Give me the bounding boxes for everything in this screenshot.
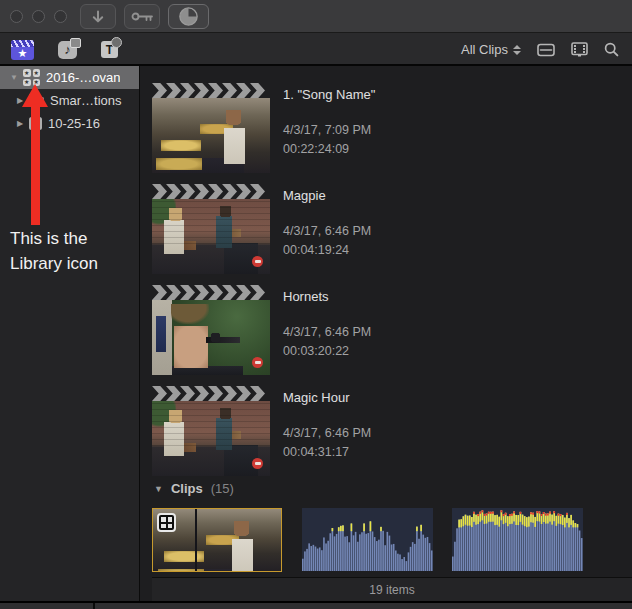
media-tab-group: ★ ♪ T	[0, 40, 118, 60]
tab-video-browser[interactable]: ★	[11, 40, 34, 60]
t-glyph: T	[106, 43, 113, 57]
smart-collections-folder-icon	[29, 97, 44, 107]
clip-row-magpie[interactable]: Magpie 4/3/17, 6:46 PM 00:04:19:24	[152, 184, 632, 274]
clip-duration: 00:03:20:22	[283, 344, 371, 358]
library-icon: ★★★★	[23, 69, 40, 86]
lower-pane-edge	[0, 601, 632, 609]
clip-list: 1. "Song Name" 4/3/17, 7:09 PM 00:22:24:…	[140, 66, 632, 601]
audio-clip-waveform-thumbnail[interactable]	[302, 508, 433, 571]
clip-date: 4/3/17, 7:09 PM	[283, 123, 375, 137]
clip-thumbnail-drummer[interactable]	[152, 98, 270, 173]
chevron-band-icon	[152, 184, 265, 199]
libraries-sidebar: ▼ ★★★★ 2016-…ovan ▶ Smar…tions ▶ ★ 10-25…	[0, 66, 140, 601]
chevron-band-icon	[152, 83, 265, 98]
window-minimize-button[interactable]	[32, 10, 45, 23]
clip-date: 4/3/17, 6:46 PM	[283, 325, 371, 339]
filter-label: All Clips	[461, 42, 508, 57]
sidebar-item-library[interactable]: ▼ ★★★★ 2016-…ovan	[0, 66, 139, 89]
filmstrip-view-button[interactable]	[571, 42, 588, 57]
camera-badge-icon	[252, 357, 263, 368]
clip-date: 4/3/17, 6:46 PM	[283, 426, 371, 440]
search-button[interactable]	[604, 42, 619, 57]
music-note-icon: ♪	[58, 41, 77, 59]
clip-thumbnail-singer[interactable]	[152, 300, 270, 375]
title-bar	[0, 0, 632, 33]
search-icon	[604, 42, 619, 57]
clip-date: 4/3/17, 6:46 PM	[283, 224, 371, 238]
fcpx-window: ★ ♪ T All Clips	[0, 0, 632, 609]
clip-title: 1. "Song Name"	[283, 87, 375, 102]
clip-title: Hornets	[283, 289, 371, 304]
clip-duration: 00:22:24:09	[283, 142, 375, 156]
status-bar: 19 items	[152, 577, 632, 601]
browser-toolbar: ★ ♪ T All Clips	[0, 33, 632, 66]
annotation-text: This is the Library icon	[10, 226, 98, 276]
star-glyph: ★	[18, 47, 28, 60]
disclosure-triangle-right-icon[interactable]: ▶	[14, 119, 26, 128]
clip-row-song-name[interactable]: 1. "Song Name" 4/3/17, 7:09 PM 00:22:24:…	[152, 83, 632, 173]
clip-duration: 00:04:31:17	[283, 445, 371, 459]
clip-thumbnail-band[interactable]	[152, 401, 270, 476]
section-label: Clips	[171, 481, 203, 496]
section-count: (15)	[211, 481, 234, 496]
toolbar-right-group: All Clips	[461, 42, 632, 57]
clips-filmstrip-row	[152, 508, 632, 572]
item-count: 19 items	[369, 583, 414, 597]
event-star-icon: ★	[29, 117, 42, 130]
background-tasks-button[interactable]	[168, 4, 209, 29]
sidebar-item-event[interactable]: ▶ ★ 10-25-16	[0, 112, 139, 135]
camera-badge-icon	[252, 256, 263, 267]
tab-photos-audio-browser[interactable]: ♪	[58, 41, 77, 59]
titles-t-icon: T	[101, 41, 118, 58]
list-view-icon	[537, 43, 555, 57]
smart-collections-name: Smar…tions	[50, 93, 122, 108]
chevron-band-icon	[152, 285, 265, 300]
audio-clip-waveform-thumbnail[interactable]	[452, 508, 583, 571]
clip-row-magic-hour[interactable]: Magic Hour 4/3/17, 6:46 PM 00:04:31:17	[152, 386, 632, 476]
clapperboard-star-icon: ★	[11, 40, 34, 60]
note-glyph: ♪	[64, 43, 71, 56]
disclosure-triangle-down-icon[interactable]: ▼	[154, 484, 163, 494]
clip-title: Magpie	[283, 188, 371, 203]
window-close-button[interactable]	[10, 10, 23, 23]
background-tasks-pie-icon	[178, 6, 199, 27]
multicam-badge-icon	[157, 513, 176, 532]
library-name: 2016-…ovan	[46, 70, 120, 85]
main-area: ▼ ★★★★ 2016-…ovan ▶ Smar…tions ▶ ★ 10-25…	[0, 66, 632, 601]
tab-titles-generators[interactable]: T	[101, 41, 118, 58]
clip-row-hornets[interactable]: Hornets 4/3/17, 6:46 PM 00:03:20:22	[152, 285, 632, 375]
filmstrip-icon	[571, 42, 588, 57]
download-arrow-icon	[89, 9, 107, 25]
disclosure-triangle-down-icon[interactable]: ▼	[8, 73, 20, 82]
clip-title: Magic Hour	[283, 390, 371, 405]
camera-badge-icon	[252, 458, 263, 469]
list-view-button[interactable]	[537, 43, 555, 57]
clip-duration: 00:04:19:24	[283, 243, 371, 257]
updown-chevron-icon	[513, 45, 521, 55]
chevron-band-icon	[152, 386, 265, 401]
disclosure-triangle-right-icon[interactable]: ▶	[14, 96, 26, 105]
key-icon	[131, 11, 154, 23]
import-media-button[interactable]	[80, 4, 116, 29]
clip-filter-dropdown[interactable]: All Clips	[461, 42, 521, 57]
clips-section-header[interactable]: ▼ Clips (15)	[154, 481, 632, 496]
keyword-editor-button[interactable]	[124, 4, 160, 29]
sidebar-item-smart-collections[interactable]: ▶ Smar…tions	[0, 89, 139, 112]
event-name: 10-25-16	[48, 116, 100, 131]
selected-multicam-clip-thumbnail[interactable]	[152, 508, 282, 572]
pane-divider	[93, 603, 95, 609]
window-zoom-button[interactable]	[54, 10, 67, 23]
clip-thumbnail-band[interactable]	[152, 199, 270, 274]
